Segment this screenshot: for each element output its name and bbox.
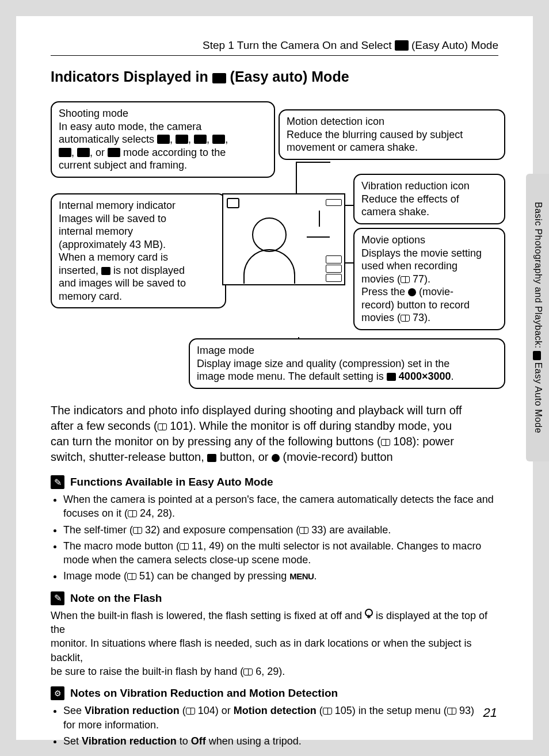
page-ref-icon [180, 543, 189, 550]
list-item: Set Vibration reduction to Off when usin… [63, 734, 498, 748]
body-paragraph: The indicators and photo info displayed … [51, 403, 498, 465]
flash-note-body: When the built-in flash is lowered, the … [51, 609, 498, 678]
leader-line [296, 162, 297, 193]
header-text-post: (Easy Auto) Mode [409, 39, 498, 51]
menu-button-label: MENU [289, 571, 314, 581]
list-item: When the camera is pointed at a person's… [63, 492, 498, 521]
page-ref-icon [127, 573, 136, 580]
page-ref-icon [401, 315, 410, 322]
chapter-tab-label: Basic Photography and Playback: Easy Aut… [532, 202, 543, 433]
mode-icon [59, 148, 71, 157]
list-item: The self-timer ( 32) and exposure compen… [63, 523, 498, 537]
indicator-diagram: Shooting mode In easy auto mode, the cam… [51, 101, 498, 395]
header-rule [51, 55, 498, 56]
page-ref-icon [128, 510, 137, 517]
mode-icon [176, 135, 188, 144]
shooting-mode-indicator [227, 198, 239, 208]
page-number: 21 [483, 705, 497, 720]
motion-vr-indicator [326, 199, 342, 206]
page-title: Indicators Displayed in (Easy auto) Mode [51, 68, 498, 85]
movie-option-indicator [326, 255, 342, 264]
mode-icon [194, 135, 207, 144]
page-ref-icon [299, 527, 308, 534]
header-text-pre: Step 1 Turn the Camera On and Select [203, 39, 395, 51]
top-right-indicators [326, 199, 342, 206]
vr-list: See Vibration reduction ( 104) or Motion… [51, 704, 498, 748]
easy-auto-icon [212, 73, 226, 83]
page-ref-icon [401, 276, 410, 283]
image-mode-12m-icon [387, 373, 396, 381]
internal-memory-icon [101, 267, 110, 275]
sailboat-mast [319, 211, 320, 227]
callout-movie-options: Movie options Displays the movie setting… [353, 228, 505, 330]
functions-list: When the camera is pointed at a person's… [51, 492, 498, 583]
mode-icon [212, 135, 225, 144]
page-ref-icon [158, 423, 167, 430]
mode-icon [77, 148, 90, 157]
note-title: Functions Available in Easy Auto Mode [70, 476, 273, 488]
callout-internal-memory: Internal memory indicator Images will be… [51, 193, 226, 308]
list-item: Image mode ( 51) can be changed by press… [63, 569, 498, 583]
note-title: Note on the Flash [70, 592, 162, 605]
pencil-note-icon [51, 591, 64, 605]
sailboat [307, 226, 330, 238]
lcd-illustration [222, 193, 345, 285]
easy-auto-icon [395, 40, 409, 51]
mode-icon [108, 148, 120, 157]
leader-line [298, 337, 299, 338]
page-ref-icon [186, 708, 195, 715]
callout-image-mode: Image mode Display image size and qualit… [189, 338, 505, 389]
page-ref-icon [133, 527, 142, 534]
page-ref-icon [243, 669, 253, 675]
callout-vibration-reduction: Vibration reduction icon Reduce the effe… [353, 174, 505, 224]
page-header: Step 1 Turn the Camera On and Select (Ea… [51, 39, 498, 52]
page-ref-icon [447, 708, 456, 715]
easy-auto-icon [533, 351, 541, 360]
camera-button-icon [207, 454, 216, 462]
page-ref-icon [323, 708, 332, 715]
leader-line [296, 162, 330, 163]
note-header-vr: Notes on Vibration Reduction and Motion … [51, 686, 498, 700]
note-header-functions: Functions Available in Easy Auto Mode [51, 475, 498, 489]
subject-face [252, 217, 287, 252]
list-item: The macro mode button ( 11, 49) on the m… [63, 539, 498, 567]
movie-record-icon [272, 454, 280, 462]
memory-indicator [326, 274, 342, 282]
note-header-flash: Note on the Flash [51, 591, 498, 605]
list-item: See Vibration reduction ( 104) or Motion… [63, 704, 498, 732]
page-ref-icon [381, 439, 390, 446]
subject-body [243, 249, 295, 284]
mode-icon [157, 135, 170, 144]
flash-off-icon [365, 609, 373, 617]
setup-note-icon [51, 686, 64, 700]
image-mode-indicator [326, 265, 342, 273]
bottom-right-indicators [326, 255, 342, 282]
callout-shooting-mode: Shooting mode In easy auto mode, the cam… [51, 101, 275, 178]
pencil-note-icon [51, 475, 64, 489]
movie-record-icon [408, 288, 416, 296]
chapter-tab: Basic Photography and Playback: Easy Aut… [526, 174, 549, 461]
callout-motion-detection: Motion detection icon Reduce the blurrin… [279, 109, 505, 160]
note-title: Notes on Vibration Reduction and Motion … [70, 687, 338, 700]
manual-page: Step 1 Turn the Camera On and Select (Ea… [16, 16, 533, 740]
